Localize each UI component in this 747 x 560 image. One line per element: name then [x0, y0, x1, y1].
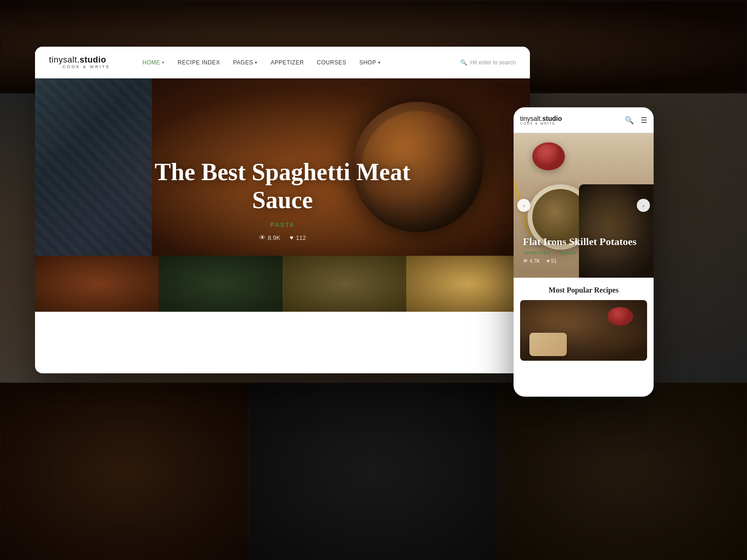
category-separator: /	[555, 251, 556, 255]
desktop-nav-links: HOME ▾ RECIPE INDEX PAGES ▾ APPETIZER CO…	[142, 59, 460, 66]
eye-icon: 👁	[259, 234, 266, 241]
mobile-category-1[interactable]: APPETIZER	[523, 251, 551, 255]
desktop-search[interactable]: 🔍 Hit enter to search	[460, 59, 516, 66]
mobile-popular-title: Most Popular Recipes	[520, 286, 647, 294]
nav-link-shop[interactable]: SHOP ▾	[359, 59, 381, 66]
nav-link-home[interactable]: HOME ▾	[142, 59, 165, 66]
popular-bread-item	[529, 333, 567, 356]
thumbnail-strip	[35, 256, 530, 312]
mobile-hero-slider: ‹ › Flat Irons Skillet Potatoes APPETIZE…	[514, 133, 654, 278]
mobile-brand-tagline: COOK & WRITE	[520, 122, 625, 125]
mobile-heart-icon: ♥	[547, 258, 550, 264]
thumb-4[interactable]	[406, 256, 530, 312]
desktop-hero: The Best Spaghetti Meat Sauce PASTA 👁 8.…	[35, 78, 530, 312]
mobile-search-icon[interactable]: 🔍	[625, 116, 634, 125]
mobile-likes: ♥ 51	[547, 258, 557, 264]
desktop-mockup: tinysalt.studio COOK & WRITE HOME ▾ RECI…	[35, 47, 530, 373]
mobile-mockup: tinysalt.studio COOK & WRITE 🔍 ☰ ‹ › Fla…	[514, 107, 654, 397]
mobile-skillet	[579, 184, 654, 278]
brand-tagline: COOK & WRITE	[49, 65, 124, 69]
nav-link-courses[interactable]: COURSES	[317, 59, 346, 66]
mobile-menu-icon[interactable]: ☰	[641, 116, 647, 125]
mobile-hero-title: Flat Irons Skillet Potatoes	[523, 236, 644, 248]
hero-views: 👁 8.9K	[259, 234, 281, 241]
hero-stats: 👁 8.9K ♥ 112	[259, 234, 306, 241]
mobile-hero-stats: 👁 4.7K ♥ 51	[523, 258, 644, 264]
nav-link-pages[interactable]: PAGES ▾	[233, 59, 257, 66]
search-icon: 🔍	[460, 59, 467, 66]
desktop-brand[interactable]: tinysalt.studio COOK & WRITE	[49, 56, 124, 69]
mobile-view-count: 4.7K	[529, 258, 540, 264]
mobile-eye-icon: 👁	[523, 258, 528, 264]
home-chevron-icon: ▾	[162, 60, 165, 65]
mobile-brand-name: tinysalt.studio	[520, 115, 625, 122]
mobile-navbar: tinysalt.studio COOK & WRITE 🔍 ☰	[514, 107, 654, 133]
mobile-category-2[interactable]: VEGAN	[559, 251, 577, 255]
pages-chevron-icon: ▾	[255, 60, 258, 65]
thumb-1[interactable]	[35, 256, 159, 312]
mobile-views: 👁 4.7K	[523, 258, 540, 264]
hero-view-count: 8.9K	[268, 234, 281, 241]
background-bottom-strip	[0, 383, 747, 560]
hero-category[interactable]: PASTA	[270, 221, 295, 228]
mobile-hero-text: Flat Irons Skillet Potatoes APPETIZER / …	[523, 236, 644, 264]
slider-next-button[interactable]: ›	[637, 199, 650, 212]
heart-icon: ♥	[289, 234, 293, 241]
search-placeholder-text: Hit enter to search	[470, 59, 516, 66]
mobile-nav-icons: 🔍 ☰	[625, 116, 647, 125]
mobile-hero-categories: APPETIZER / VEGAN	[523, 251, 644, 255]
shop-chevron-icon: ▾	[378, 60, 381, 65]
hero-title: The Best Spaghetti Meat Sauce	[142, 158, 423, 214]
brand-name: tinysalt.studio	[49, 56, 124, 64]
thumb-2[interactable]	[159, 256, 282, 312]
mobile-popular-image[interactable]	[520, 300, 647, 361]
bg-strip-food-1	[0, 383, 249, 560]
mobile-like-count: 51	[551, 258, 557, 264]
mobile-brand[interactable]: tinysalt.studio COOK & WRITE	[520, 115, 625, 125]
bg-strip-food-2	[249, 383, 498, 560]
desktop-navbar: tinysalt.studio COOK & WRITE HOME ▾ RECI…	[35, 47, 530, 78]
thumb-3[interactable]	[282, 256, 406, 312]
bg-strip-food-3	[498, 383, 747, 560]
mobile-sauce-bowl	[532, 142, 565, 170]
hero-like-count: 112	[296, 234, 306, 241]
mobile-popular-section: Most Popular Recipes	[514, 278, 654, 369]
hero-likes: ♥ 112	[289, 234, 306, 241]
slider-prev-button[interactable]: ‹	[517, 199, 530, 212]
nav-link-recipe-index[interactable]: RECIPE INDEX	[178, 59, 220, 66]
popular-bowl-item	[607, 307, 633, 326]
nav-link-appetizer[interactable]: APPETIZER	[271, 59, 304, 66]
